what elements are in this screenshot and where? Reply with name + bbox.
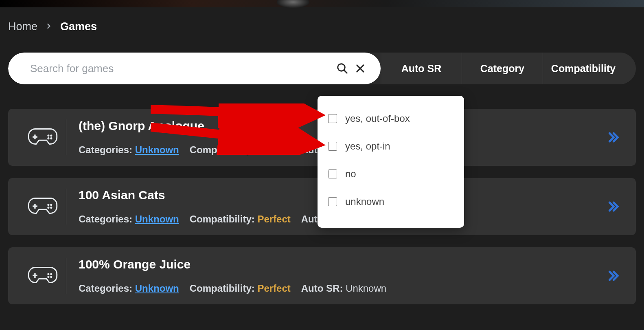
game-controller-icon <box>20 258 66 294</box>
dropdown-option-yes-opt-in[interactable]: yes, opt-in <box>328 132 453 160</box>
option-label: no <box>345 168 356 180</box>
annotation-arrow-icon <box>151 122 326 155</box>
game-row[interactable]: 100% Orange Juice Categories: Unknown Co… <box>8 247 636 304</box>
game-title: 100% Orange Juice <box>79 257 605 271</box>
checkbox[interactable] <box>328 114 337 123</box>
filter-label: Compatibility <box>551 63 616 75</box>
compatibility-value: Perfect <box>257 213 290 224</box>
svg-line-20 <box>151 127 317 144</box>
compatibility-label: Compatibility: <box>190 213 255 224</box>
header-decor-circle <box>277 0 309 8</box>
option-label: unknown <box>345 196 384 207</box>
svg-point-18 <box>50 276 52 278</box>
expand-icon[interactable] <box>605 129 621 145</box>
search-input[interactable] <box>30 62 333 75</box>
search-filter-bar: Auto SR Category Compatibility <box>8 53 636 84</box>
checkbox[interactable] <box>328 142 337 151</box>
dropdown-option-no[interactable]: no <box>328 160 453 188</box>
close-icon[interactable] <box>351 59 369 77</box>
filter-label: Auto SR <box>401 63 442 75</box>
svg-point-11 <box>47 207 49 209</box>
filter-auto-sr[interactable]: Auto SR <box>381 53 462 84</box>
svg-point-10 <box>50 204 52 206</box>
dropdown-option-unknown[interactable]: unknown <box>328 188 453 216</box>
header-strip <box>0 0 644 7</box>
svg-point-4 <box>50 134 52 136</box>
compatibility-label: Compatibility: <box>190 283 255 294</box>
filter-label: Category <box>480 63 524 75</box>
search-box[interactable] <box>8 53 381 84</box>
svg-point-17 <box>47 276 49 278</box>
svg-rect-8 <box>33 205 37 207</box>
categories-value[interactable]: Unknown <box>135 213 179 224</box>
filter-compatibility[interactable]: Compatibility <box>543 53 636 84</box>
svg-line-19 <box>151 109 317 115</box>
categories-label: Categories: <box>79 213 132 224</box>
categories-label: Categories: <box>79 283 132 294</box>
svg-point-12 <box>50 207 52 209</box>
svg-point-9 <box>47 204 49 206</box>
svg-point-16 <box>50 273 52 275</box>
expand-icon[interactable] <box>605 198 621 215</box>
svg-point-3 <box>47 134 49 136</box>
game-meta: Categories: Unknown Compatibility: Perfe… <box>79 283 605 294</box>
chevron-right-icon <box>45 21 53 33</box>
autosr-label: Auto SR: <box>301 283 343 294</box>
svg-point-5 <box>47 137 49 139</box>
checkbox[interactable] <box>328 197 337 206</box>
svg-point-6 <box>50 137 52 139</box>
game-info: 100% Orange Juice Categories: Unknown Co… <box>66 257 605 294</box>
breadcrumb-current: Games <box>60 20 97 33</box>
breadcrumb: Home Games <box>8 20 636 33</box>
option-label: yes, opt-in <box>345 141 390 152</box>
search-icon[interactable] <box>333 59 351 77</box>
svg-point-15 <box>47 273 49 275</box>
compatibility-value: Perfect <box>257 283 290 294</box>
svg-rect-14 <box>33 275 37 276</box>
auto-sr-dropdown[interactable]: yes, out-of-box yes, opt-in no unknown <box>318 96 464 228</box>
option-label: yes, out-of-box <box>345 113 410 124</box>
autosr-value: Unknown <box>346 283 386 294</box>
game-controller-icon <box>20 189 66 224</box>
categories-label: Categories: <box>79 144 132 155</box>
filter-category[interactable]: Category <box>462 53 543 84</box>
breadcrumb-home[interactable]: Home <box>8 20 37 33</box>
dropdown-option-yes-out-of-box[interactable]: yes, out-of-box <box>328 105 453 132</box>
expand-icon[interactable] <box>605 268 621 284</box>
checkbox[interactable] <box>328 169 337 178</box>
game-controller-icon <box>20 119 66 155</box>
svg-rect-2 <box>33 136 37 137</box>
categories-value[interactable]: Unknown <box>135 283 179 294</box>
